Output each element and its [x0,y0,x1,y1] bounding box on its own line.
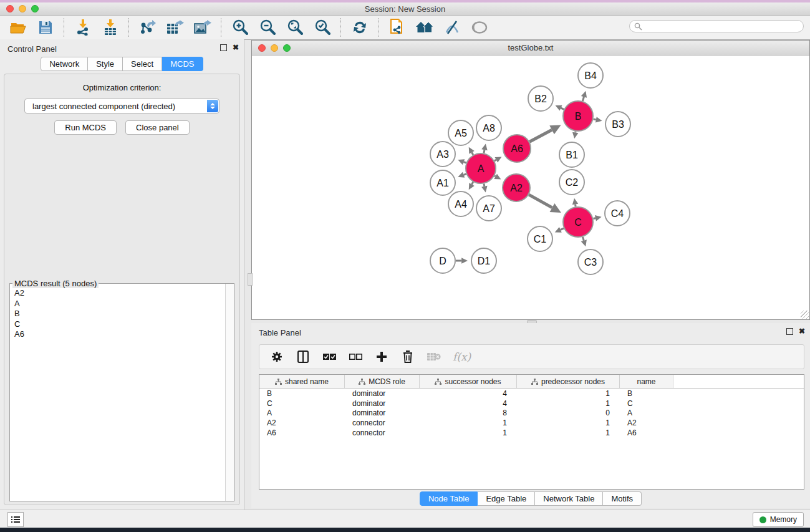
table-row[interactable]: Adominator80A [259,409,804,418]
zoom-selected-icon[interactable] [312,18,333,37]
graph-edge-B-B4[interactable] [582,97,584,101]
graph-node-A4[interactable]: A4 [448,191,473,216]
birds-eye-view-icon[interactable] [469,18,490,37]
column-header-successor-nodes[interactable]: successor nodes [420,375,517,388]
table-cell[interactable]: A6 [259,428,345,437]
graph-edge-A-A7[interactable] [484,183,485,186]
run-mcds-button[interactable]: Run MCDS [54,120,117,135]
table-cell[interactable]: 4 [420,399,517,408]
table-cell[interactable]: C [620,399,673,408]
add-column-icon[interactable] [374,349,389,364]
copy-document-icon[interactable] [387,18,408,37]
graph-edge-A-A3[interactable] [464,162,466,163]
table-cell[interactable]: dominator [345,399,420,408]
graph-edge-A6-B[interactable] [529,130,552,142]
graph-edge-B-B2[interactable] [561,108,564,109]
table-cell[interactable]: 1 [420,418,517,427]
search-input[interactable] [629,20,804,32]
import-table-icon[interactable] [100,18,121,37]
table-cell[interactable]: 4 [420,389,517,398]
graph-node-D[interactable]: D [430,248,455,273]
graph-node-A3[interactable]: A3 [430,142,455,167]
graph-node-A8[interactable]: A8 [476,115,501,140]
mcds-result-item[interactable]: A2 [11,288,225,298]
mcds-result-item[interactable]: A6 [11,329,225,339]
deselect-all-rows-icon[interactable] [348,349,363,364]
table-cell[interactable]: C [259,399,345,408]
table-cell[interactable]: B [620,389,673,398]
graph-edge-B-B3[interactable] [593,119,595,120]
export-network-icon[interactable] [137,18,158,37]
task-history-button[interactable] [7,512,24,527]
table-cell[interactable]: connector [345,428,420,437]
open-session-icon[interactable] [7,18,29,37]
graph-node-C3[interactable]: C3 [578,249,603,274]
delete-table-icon[interactable] [427,349,441,364]
float-panel-icon[interactable] [220,44,227,51]
mcds-result-list[interactable]: A2ABCA6 [11,288,225,500]
table-cell[interactable]: 0 [517,409,620,417]
graph-node-B4[interactable]: B4 [578,63,603,88]
mcds-result-item[interactable]: C [11,319,225,329]
graph-edge-A-A1[interactable] [464,174,466,175]
table-cell[interactable]: 1 [420,428,517,437]
table-row[interactable]: A6connector11A6 [259,428,804,438]
graph-edge-A-A4[interactable] [472,182,473,185]
table-row[interactable]: Cdominator41C [259,399,804,409]
table-cell[interactable]: A6 [620,428,673,437]
graph-node-D1[interactable]: D1 [471,248,496,273]
graph-edge-A-A2[interactable] [494,176,496,177]
import-network-icon[interactable] [72,18,94,37]
graph-node-A1[interactable]: A1 [430,170,455,195]
table-cell[interactable]: A [620,409,673,417]
settings-gear-icon[interactable] [269,349,284,364]
graph-edge-C-C3[interactable] [582,237,584,241]
zoom-in-icon[interactable] [229,18,251,37]
zoom-fit-icon[interactable] [284,18,306,37]
tab-mcds[interactable]: MCDS [162,57,203,71]
tab-motifs[interactable]: Motifs [603,491,642,506]
apply-function-icon[interactable]: f(x) [453,351,471,363]
tab-network-table[interactable]: Network Table [535,491,603,506]
close-panel-icon[interactable]: ✖ [233,44,239,51]
table-cell[interactable]: 1 [517,428,620,437]
column-header-shared-name[interactable]: shared name [259,375,345,388]
graph-node-B2[interactable]: B2 [528,86,553,111]
graph-edge-C-C1[interactable] [561,228,564,230]
network-canvas[interactable]: B4B2BB3A5A8A6A3AB1A1A2C2A4A7C4CC1DD1C3 [253,56,809,319]
toggle-columns-icon[interactable] [296,349,311,364]
close-table-panel-icon[interactable]: ✖ [799,328,805,335]
tab-style[interactable]: Style [88,57,123,71]
graph-node-C4[interactable]: C4 [605,201,630,226]
memory-button[interactable]: Memory [753,512,804,527]
export-image-icon[interactable] [192,18,213,37]
table-cell[interactable]: 1 [517,418,620,427]
table-cell[interactable]: 8 [420,409,517,417]
graph-node-A7[interactable]: A7 [476,196,501,221]
close-panel-button[interactable]: Close panel [125,120,190,135]
resize-grip-icon[interactable] [801,311,809,319]
tab-select[interactable]: Select [123,57,162,71]
column-header-predecessor-nodes[interactable]: predecessor nodes [517,375,620,388]
table-cell[interactable]: B [259,389,345,398]
graph-node-A2[interactable]: A2 [503,174,530,201]
column-header-mcds-role[interactable]: MCDS role [345,375,420,388]
graph-node-A5[interactable]: A5 [448,120,473,145]
graph-node-B[interactable]: B [563,101,593,131]
graph-node-B3[interactable]: B3 [605,112,630,137]
save-session-icon[interactable] [35,18,56,37]
graph-node-C2[interactable]: C2 [559,170,584,195]
table-cell[interactable]: 1 [517,399,620,408]
float-table-panel-icon[interactable] [786,328,793,335]
table-cell[interactable]: A [259,409,345,417]
network-window-titlebar[interactable]: testGlobe.txt [252,41,809,56]
table-cell[interactable]: dominator [345,409,420,417]
mcds-result-item[interactable]: A [11,298,225,309]
refresh-icon[interactable] [349,18,370,37]
splitter-handle-vertical[interactable] [248,273,253,286]
tab-edge-table[interactable]: Edge Table [478,491,535,506]
table-cell[interactable]: dominator [345,389,420,398]
column-header-name[interactable]: name [620,375,673,388]
graph-node-B1[interactable]: B1 [559,142,584,167]
delete-column-icon[interactable] [400,349,415,364]
